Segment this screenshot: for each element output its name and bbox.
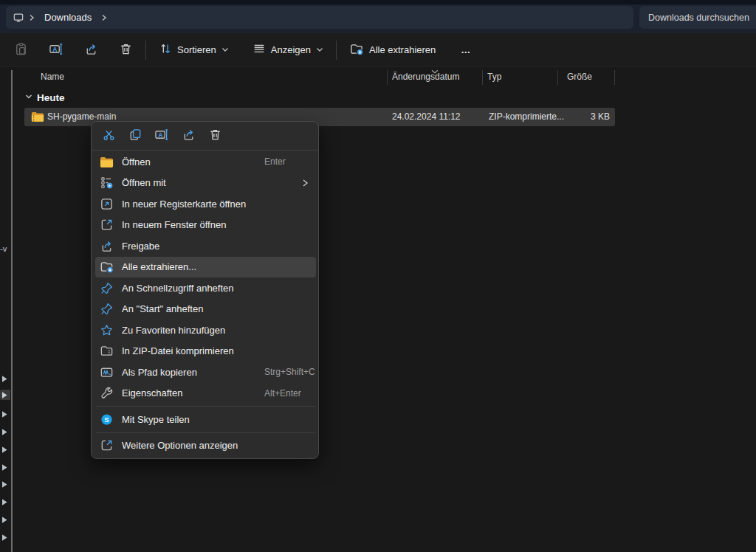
address-bar[interactable]: Downloads — [6, 6, 633, 29]
tree-expand-chevron-icon[interactable] — [1, 532, 10, 542]
star-icon — [100, 323, 114, 337]
tree-expand-chevron-icon[interactable] — [1, 373, 10, 384]
column-divider[interactable] — [557, 70, 558, 85]
menu-item-freigabe[interactable]: Freigabe — [95, 235, 316, 257]
shortcut-label: Enter — [264, 156, 286, 167]
share-icon — [100, 239, 114, 253]
tree-expand-chevron-icon[interactable] — [1, 497, 10, 507]
menu-item-oeffnen[interactable]: Öffnen Enter — [95, 151, 316, 173]
more-ellipsis-icon: … — [461, 44, 471, 55]
share-icon — [182, 128, 196, 145]
sidebar-item-label-fragment: -v — [0, 244, 7, 253]
group-header-heute[interactable]: Heute — [24, 90, 65, 105]
column-header-type[interactable]: Typ — [487, 72, 501, 82]
group-header-label: Heute — [37, 92, 65, 103]
chevron-down-icon — [316, 44, 323, 55]
open-new-window-icon — [100, 218, 114, 232]
this-pc-monitor-icon[interactable] — [13, 13, 24, 23]
view-button[interactable]: Anzeigen — [246, 38, 330, 63]
breadcrumb-item-downloads[interactable]: Downloads — [40, 10, 96, 24]
submenu-chevron-icon — [302, 179, 309, 187]
rename-button[interactable]: A — [42, 38, 70, 63]
tree-expand-chevron-icon[interactable] — [0, 390, 10, 400]
rename-icon: A — [49, 42, 63, 58]
menu-item-oeffnen-mit[interactable]: Öffnen mit — [95, 173, 316, 194]
menu-item-favoriten-hinzufuegen[interactable]: Zu Favoriten hinzufügen — [95, 320, 316, 341]
rename-icon: A — [154, 128, 169, 145]
toolbar-separator — [336, 41, 337, 60]
open-with-icon — [100, 176, 114, 190]
context-menu: A Öffnen Enter Öffnen mit In neuer Regis… — [91, 121, 319, 459]
shortcut-label: Strg+Shift+C — [264, 367, 315, 377]
column-header-name[interactable]: Name — [41, 72, 64, 82]
tree-expand-chevron-icon[interactable] — [1, 479, 10, 489]
extract-all-button[interactable]: Alle extrahieren — [343, 38, 442, 63]
command-toolbar: A Sortieren Anzeigen Alle extrahieren … — [0, 33, 756, 67]
delete-button[interactable] — [112, 38, 140, 63]
file-name: SH-pygame-main — [47, 111, 116, 122]
quick-actions-row: A — [92, 122, 318, 151]
menu-item-neue-registerkarte[interactable]: In neuer Registerkarte öffnen — [95, 193, 316, 215]
extract-all-label: Alle extrahieren — [369, 44, 436, 55]
extract-all-icon — [349, 42, 364, 58]
zip-folder-icon — [31, 111, 44, 125]
menu-item-als-pfad-kopieren[interactable]: Als Pfad kopieren Strg+Shift+C — [95, 362, 316, 383]
column-header-modified[interactable]: Änderungsdatum — [392, 72, 459, 82]
menu-item-neues-fenster[interactable]: In neuem Fenster öffnen — [95, 215, 316, 236]
menu-item-eigenschaften[interactable]: Eigenschaften Alt+Enter — [95, 383, 316, 404]
copy-button[interactable] — [124, 125, 146, 147]
share-button[interactable] — [78, 38, 105, 63]
sort-descending-caret-icon — [430, 64, 439, 77]
sort-button[interactable]: Sortieren — [152, 38, 236, 63]
delete-icon — [208, 128, 222, 145]
see-more-button[interactable]: … — [454, 38, 478, 63]
search-placeholder: Downloads durchsuchen — [648, 13, 749, 23]
column-divider[interactable] — [614, 70, 615, 85]
cut-icon — [102, 128, 116, 145]
tree-expand-chevron-icon[interactable] — [1, 514, 10, 525]
group-collapse-chevron-icon[interactable] — [24, 92, 33, 103]
svg-text:S: S — [104, 415, 109, 424]
menu-item-weitere-optionen[interactable]: Weitere Optionen anzeigen — [95, 435, 316, 457]
menu-item-start-anheften[interactable]: An "Start" anheften — [95, 299, 316, 320]
menu-item-zip-komprimieren[interactable]: In ZIP-Datei komprimieren — [95, 341, 316, 362]
menu-item-schnellzugriff-anheften[interactable]: An Schnellzugriff anheften — [95, 277, 316, 299]
column-header-row: Name Änderungsdatum Typ Größe — [24, 70, 756, 86]
breadcrumb-chevron-icon[interactable] — [27, 13, 37, 23]
menu-item-mit-skype-teilen[interactable]: S Mit Skype teilen — [95, 409, 316, 430]
navigation-pane-sliver: -v — [0, 67, 11, 552]
paste-button[interactable] — [7, 38, 35, 63]
context-menu-items: Öffnen Enter Öffnen mit In neuer Registe… — [95, 151, 316, 456]
delete-icon — [119, 42, 133, 58]
skype-icon: S — [100, 413, 114, 427]
file-type: ZIP-komprimierte... — [489, 111, 564, 122]
toolbar-separator — [145, 41, 146, 60]
share-button[interactable] — [177, 125, 199, 147]
view-icon — [252, 42, 266, 58]
menu-separator — [96, 406, 315, 407]
cut-button[interactable] — [97, 125, 120, 147]
column-header-size[interactable]: Größe — [567, 72, 592, 82]
shortcut-label: Alt+Enter — [264, 388, 301, 399]
properties-wrench-icon — [100, 386, 114, 400]
delete-button[interactable] — [204, 125, 226, 147]
pane-splitter[interactable] — [11, 70, 13, 552]
tree-expand-chevron-icon[interactable] — [1, 427, 10, 437]
search-input[interactable]: Downloads durchsuchen — [639, 6, 756, 29]
file-modified-date: 24.02.2024 11:12 — [392, 111, 461, 122]
pin-icon — [100, 302, 114, 316]
zip-compress-icon — [100, 344, 114, 358]
open-new-tab-icon — [100, 197, 114, 211]
menu-item-alle-extrahieren[interactable]: Alle extrahieren... — [95, 257, 316, 278]
tree-expand-chevron-icon[interactable] — [1, 462, 10, 472]
column-divider[interactable] — [387, 70, 388, 85]
breadcrumb-chevron-icon[interactable] — [99, 13, 109, 23]
column-divider[interactable] — [482, 70, 483, 85]
tree-expand-chevron-icon[interactable] — [1, 409, 10, 419]
menu-separator — [96, 432, 315, 433]
address-row: Downloads Downloads durchsuchen — [0, 4, 756, 33]
tree-expand-chevron-icon[interactable] — [1, 444, 10, 455]
rename-button[interactable]: A — [151, 125, 173, 147]
sort-label: Sortieren — [177, 44, 216, 55]
svg-text:A: A — [158, 131, 162, 138]
